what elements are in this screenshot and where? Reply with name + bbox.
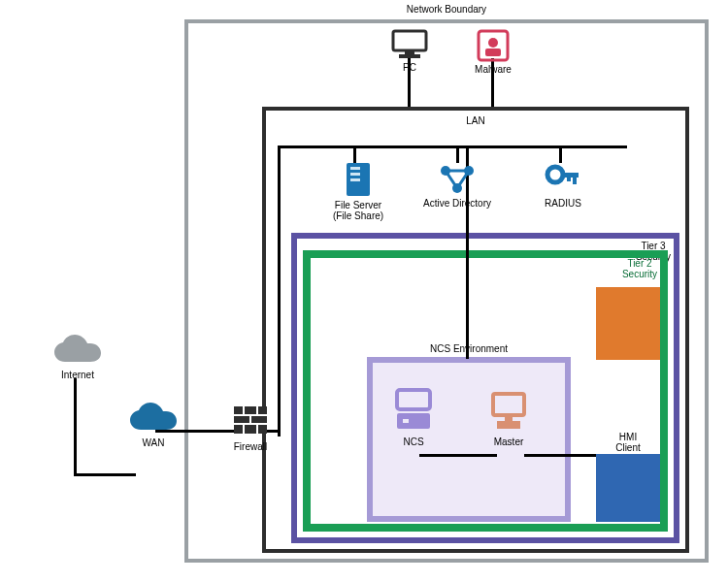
pc-node: PC bbox=[386, 29, 433, 73]
svg-point-21 bbox=[547, 167, 563, 182]
pc-icon bbox=[489, 390, 528, 435]
key-icon bbox=[544, 161, 582, 196]
svg-rect-13 bbox=[485, 48, 501, 56]
svg-rect-25 bbox=[397, 390, 430, 409]
ncs-node: NCS bbox=[384, 386, 443, 447]
svg-rect-17 bbox=[350, 178, 360, 181]
master-label: Master bbox=[494, 436, 524, 447]
svg-rect-8 bbox=[393, 31, 426, 50]
ad-node: Active Directory bbox=[417, 161, 497, 209]
hmi-top-box bbox=[596, 287, 660, 360]
link-internet-down bbox=[74, 378, 77, 475]
radius-label: RADIUS bbox=[545, 198, 581, 209]
pc-label: PC bbox=[403, 62, 416, 73]
directory-icon bbox=[436, 161, 479, 196]
lan-bus-top bbox=[278, 146, 627, 148]
hmi-label: HMI Client bbox=[596, 432, 660, 453]
wan-node: WAN bbox=[124, 403, 182, 448]
svg-rect-24 bbox=[567, 173, 571, 181]
malware-label: Malware bbox=[475, 64, 512, 75]
svg-rect-10 bbox=[399, 54, 420, 58]
svg-rect-26 bbox=[397, 413, 430, 429]
link-internet-across bbox=[74, 473, 136, 476]
ncs-master-link bbox=[419, 454, 497, 457]
cloud-icon bbox=[51, 335, 104, 368]
ncs-env-label: NCS Environment bbox=[367, 343, 571, 354]
tier2-label: Tier 2 Security bbox=[615, 258, 664, 279]
svg-rect-27 bbox=[403, 419, 409, 423]
svg-rect-23 bbox=[573, 173, 577, 184]
fileserver-node: File Server (File Share) bbox=[324, 161, 392, 221]
malware-icon bbox=[477, 29, 510, 62]
svg-rect-28 bbox=[493, 394, 524, 415]
pc-icon bbox=[391, 29, 428, 60]
firewall-label: Firewall bbox=[234, 441, 267, 452]
firewall-node: Firewall bbox=[221, 401, 280, 452]
svg-rect-29 bbox=[505, 415, 513, 421]
internet-label: Internet bbox=[61, 370, 94, 380]
wan-label: WAN bbox=[143, 437, 165, 448]
cloud-icon bbox=[127, 403, 180, 436]
ncs-label: NCS bbox=[403, 436, 423, 447]
svg-rect-30 bbox=[497, 421, 520, 429]
master-hmi-link bbox=[524, 454, 596, 457]
radius-node: RADIUS bbox=[534, 161, 592, 209]
malware-node: Malware bbox=[470, 29, 516, 75]
hmi-bot-box bbox=[596, 454, 660, 522]
svg-point-12 bbox=[488, 38, 498, 48]
server-icon bbox=[344, 161, 373, 198]
svg-rect-16 bbox=[350, 173, 360, 176]
fileserver-label: File Server (File Share) bbox=[333, 200, 383, 221]
svg-rect-9 bbox=[405, 50, 414, 54]
network-boundary-label: Network Boundary bbox=[184, 4, 709, 15]
ad-label: Active Directory bbox=[423, 198, 491, 209]
lan-label: LAN bbox=[427, 115, 524, 126]
lan-bus-left bbox=[278, 146, 281, 436]
master-node: Master bbox=[480, 390, 538, 447]
internet-node: Internet bbox=[49, 335, 107, 380]
appliance-icon bbox=[391, 386, 436, 435]
svg-rect-15 bbox=[350, 167, 360, 170]
firewall-icon bbox=[231, 401, 270, 439]
